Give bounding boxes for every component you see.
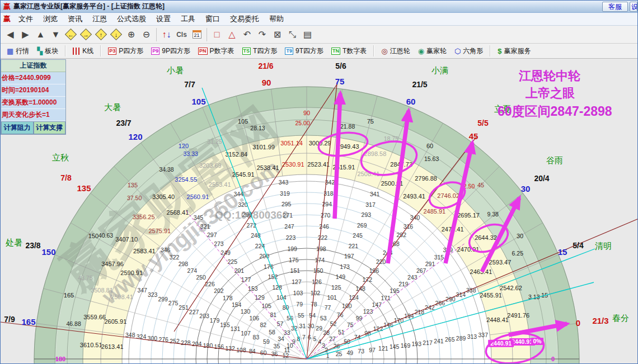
price-label: 2695.17 (457, 212, 480, 219)
p3-icon: P3 (108, 48, 116, 55)
outer-label-5/4: 5/4 (573, 241, 584, 250)
spiral-number: 171 (381, 295, 391, 301)
menu-工具[interactable]: 工具 (176, 13, 200, 24)
spiral-number: 295 (282, 201, 292, 207)
pn-button[interactable]: PNP数字表 (194, 45, 238, 57)
rotate-cw-icon[interactable]: ↷ (255, 27, 270, 42)
spiral-number: 174 (315, 257, 325, 263)
t9-button[interactable]: T99T四方形 (281, 45, 327, 57)
spiral-number: 298 (179, 261, 189, 267)
outer-label-30: 30 (521, 184, 531, 193)
calendar-icon[interactable]: 21 (189, 27, 204, 42)
info-row: 变换系数=1.00000 (1, 97, 65, 109)
menu-资讯[interactable]: 资讯 (63, 13, 87, 24)
settings-button-clipped[interactable]: 设置 (630, 2, 637, 12)
cls-icon[interactable]: Cls (174, 27, 189, 42)
menu-公式选股[interactable]: 公式选股 (112, 13, 151, 24)
service-icon: $ (498, 48, 501, 55)
outer-label-45: 45 (469, 131, 478, 141)
degree-label: 165 (64, 292, 74, 299)
pn-icon: PN (198, 48, 208, 55)
gann-wheel-button[interactable]: ◎江恩轮 (377, 45, 414, 57)
kline-button[interactable]: K线 (69, 45, 97, 57)
spiral-number: 129 (255, 294, 265, 301)
spiral-number: 345 (194, 214, 204, 221)
annotation-line: 上帝之眼 (526, 85, 638, 102)
spiral-number: 222 (318, 234, 328, 241)
green-value-label: 25.00 (295, 120, 310, 126)
spiral-number: 223 (286, 234, 296, 241)
spiral-number: 58 (269, 329, 275, 335)
green-value-label: 28.13 (250, 125, 265, 131)
price-label: 2491.76 (507, 312, 529, 319)
rotate-up-icon[interactable]: ▲ (33, 27, 48, 42)
service-button[interactable]: $赢家服务 (494, 45, 534, 57)
blocks-icon: ▚ (37, 48, 43, 55)
blocks-button[interactable]: ▚板块 (33, 45, 62, 57)
diamond-up-icon[interactable]: ↑ (93, 27, 109, 42)
outer-label-135: 135 (77, 183, 91, 193)
page-right-icon[interactable]: ▶ (18, 27, 33, 42)
calc-support-button[interactable]: 计算支撑 (34, 121, 66, 134)
outer-label-23/7: 23/7 (116, 119, 131, 127)
menu-浏览[interactable]: 浏览 (38, 13, 63, 24)
price-label: 3610.51 (80, 342, 102, 348)
spiral-number: 246 (319, 223, 329, 230)
hexagon-button[interactable]: ⬡六角形 (451, 45, 487, 57)
winner-wheel-button[interactable]: ◉赢家轮 (414, 45, 451, 57)
spiral-number: 319 (280, 190, 290, 197)
spiral-number: 297 (207, 231, 217, 238)
grid-button[interactable]: ▦行情 (3, 45, 33, 57)
spiral-number: 178 (223, 295, 233, 301)
diamond-right-icon[interactable]: → (78, 27, 93, 42)
spiral-number: 250 (196, 274, 206, 281)
customer-service-button[interactable]: 客服 (602, 2, 628, 12)
updown-icon[interactable]: ↑↓ (159, 27, 174, 42)
fit-center-icon[interactable]: ⤡ (285, 27, 300, 42)
zoom-in-icon[interactable]: ⊕ (124, 27, 139, 42)
diamond-left-icon[interactable]: ← (63, 27, 78, 42)
menu-设置[interactable]: 设置 (151, 13, 176, 24)
outer-label-7/8: 7/8 (60, 173, 72, 182)
ts-button[interactable]: TST四方形 (238, 45, 282, 57)
index-info-panel: 上证指数 价格=2440.9099时间=20190104变换系数=1.00000… (1, 59, 66, 135)
price-label: 2568.41 (167, 209, 189, 216)
spiral-number: 7 (302, 334, 306, 341)
menu-窗口[interactable]: 窗口 (200, 13, 225, 24)
degree-label: 60 (426, 143, 433, 149)
square-tool-icon[interactable]: □ (209, 27, 224, 42)
menu-帮助[interactable]: 帮助 (264, 13, 289, 24)
p3-button[interactable]: P3P四方形 (104, 45, 147, 57)
zoom-out-icon[interactable]: ⊖ (139, 27, 154, 42)
maximize-icon[interactable]: ⊠ (270, 27, 285, 42)
spiral-number: 59 (263, 338, 270, 345)
screen-board-icon[interactable]: ▤ (300, 27, 315, 42)
spiral-number: 5 (313, 335, 317, 342)
price-label: 3457.96 (101, 261, 124, 267)
spiral-number: 175 (289, 257, 299, 263)
app-window: 赢 赢家江恩专业版[赢家服务平台] - [上证指数 江恩轮] 客服 设置 赢 文… (0, 0, 638, 364)
spiral-number: 54 (309, 312, 316, 319)
calc-resistance-button[interactable]: 计算阻力 (1, 121, 34, 134)
menu-文件[interactable]: 文件 (13, 13, 38, 24)
rotate-ccw-icon[interactable]: ↶ (240, 27, 255, 42)
spiral-number: 347 (137, 287, 147, 294)
price-label: 3305.40 (152, 193, 175, 200)
menu-江恩[interactable]: 江恩 (87, 13, 112, 24)
menu-bar: 赢 文件浏览资讯江恩公式选股设置工具窗口交易委托帮助 (1, 13, 638, 26)
p9-button[interactable]: P99P四方形 (147, 45, 194, 57)
rotate-down-icon[interactable]: ▼ (48, 27, 63, 42)
triangle-tool-icon[interactable]: △ (224, 27, 240, 42)
spiral-number: 29 (316, 325, 322, 332)
diamond-down-icon[interactable]: ↓ (109, 27, 124, 42)
page-left-icon[interactable]: ◀ (3, 27, 18, 42)
spiral-number: 169 (401, 342, 411, 349)
spiral-number: 127 (292, 278, 302, 285)
tn-button[interactable]: TNT数字表 (327, 45, 370, 57)
outer-label-15: 15 (558, 247, 567, 257)
spiral-number: 293 (362, 211, 372, 218)
green-value-label: 40.63 (98, 232, 113, 239)
outer-label-23/8: 23/8 (25, 241, 40, 250)
spiral-number: 34 (278, 335, 284, 342)
menu-交易委托[interactable]: 交易委托 (225, 13, 264, 24)
